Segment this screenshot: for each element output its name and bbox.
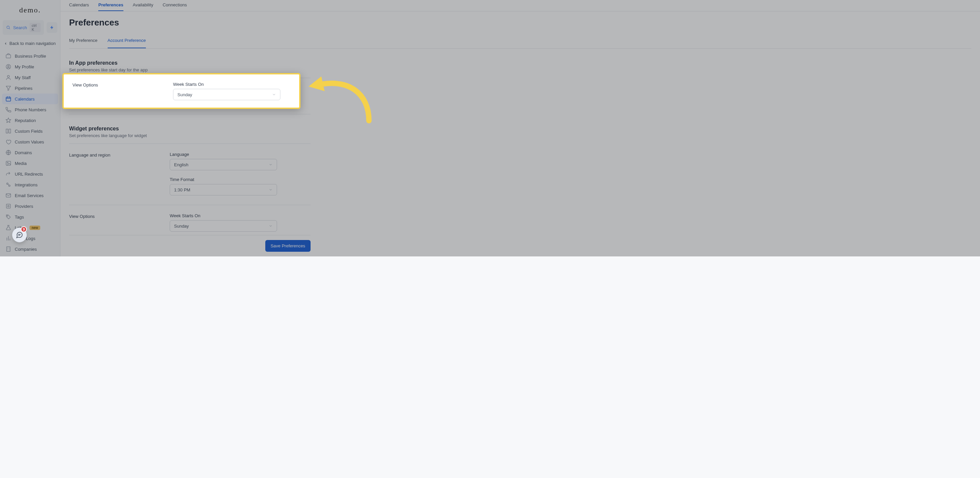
sidebar-item-label: Email Services bbox=[15, 193, 44, 198]
plug-icon bbox=[5, 182, 11, 188]
sidebar-item-custom-fields[interactable]: Custom Fields bbox=[2, 126, 58, 137]
svg-line-18 bbox=[8, 184, 9, 185]
select-value: English bbox=[174, 162, 188, 167]
page-title: Preferences bbox=[69, 17, 971, 28]
section-title: Widget preferences bbox=[69, 126, 971, 132]
section-title: In App preferences bbox=[69, 60, 971, 66]
mail-icon bbox=[5, 192, 11, 199]
form-row-label: View Options bbox=[72, 82, 173, 100]
divider bbox=[69, 114, 310, 114]
chevron-down-icon bbox=[269, 188, 273, 192]
language-select[interactable]: English bbox=[170, 159, 277, 170]
search-shortcut: ctrl K bbox=[30, 23, 41, 32]
tag-heart-icon bbox=[5, 139, 11, 145]
form-row-fields: Language English Time Format 1:30 PM bbox=[170, 152, 310, 195]
sidebar-item-label: Calendars bbox=[15, 97, 35, 102]
logo-text: demo. bbox=[19, 6, 41, 14]
search-box[interactable]: Search ctrl K bbox=[3, 20, 44, 35]
sidebar: demo. Search ctrl K Back to main navigat… bbox=[0, 0, 60, 256]
chevron-down-icon bbox=[272, 92, 276, 97]
svg-rect-14 bbox=[6, 161, 11, 165]
field-label: Language bbox=[170, 152, 310, 157]
search-label: Search bbox=[13, 25, 27, 30]
search-row: Search ctrl K bbox=[0, 20, 60, 38]
sidebar-item-domains[interactable]: Domains bbox=[2, 147, 58, 158]
chat-icon bbox=[16, 231, 23, 239]
quick-actions-button[interactable] bbox=[47, 22, 57, 33]
save-bar: Save Preferences bbox=[60, 230, 980, 256]
back-to-main-nav-link[interactable]: Back to main navigation bbox=[0, 38, 60, 51]
sidebar-item-phone-numbers[interactable]: Phone Numbers bbox=[2, 104, 58, 115]
sidebar-item-providers[interactable]: Providers bbox=[2, 201, 58, 211]
time-format-select[interactable]: 1:30 PM bbox=[170, 184, 277, 195]
chevron-left-icon bbox=[4, 42, 7, 45]
form-row-label: Language and region bbox=[69, 152, 170, 195]
notification-badge[interactable]: 9 bbox=[21, 226, 27, 232]
top-tab-connections[interactable]: Connections bbox=[163, 2, 187, 11]
flask-icon bbox=[5, 225, 11, 230]
sidebar-item-my-profile[interactable]: My Profile bbox=[2, 61, 58, 72]
form-row-fields: Week Starts On Sunday bbox=[170, 213, 310, 232]
field-widget-week-starts-on: Week Starts On Sunday bbox=[170, 213, 310, 232]
select-value: Sunday bbox=[174, 224, 189, 229]
sidebar-item-business-profile[interactable]: Business Profile bbox=[2, 51, 58, 61]
sub-tab-account-preference[interactable]: Account Preference bbox=[108, 35, 146, 48]
person-icon bbox=[5, 75, 11, 81]
select-value: Sunday bbox=[177, 92, 192, 97]
svg-point-22 bbox=[7, 216, 8, 216]
sidebar-item-custom-values[interactable]: Custom Values bbox=[2, 137, 58, 147]
sidebar-item-url-redirects[interactable]: URL Redirects bbox=[2, 168, 58, 179]
widget-week-starts-on-select[interactable]: Sunday bbox=[170, 220, 277, 232]
field-time-format: Time Format 1:30 PM bbox=[170, 177, 310, 195]
sidebar-item-labs[interactable]: Labsnew bbox=[2, 222, 58, 233]
sidebar-nav: Business ProfileMy ProfileMy StaffPipeli… bbox=[0, 51, 60, 256]
sidebar-item-label: Companies bbox=[15, 247, 37, 252]
week-starts-on-select-highlighted[interactable]: Sunday bbox=[173, 89, 280, 100]
sidebar-item-label: Domains bbox=[15, 150, 32, 155]
sidebar-item-pipelines[interactable]: Pipelines bbox=[2, 83, 58, 94]
sidebar-item-tags[interactable]: Tags bbox=[2, 211, 58, 222]
top-tab-availability[interactable]: Availability bbox=[133, 2, 153, 11]
phone-icon bbox=[5, 106, 11, 113]
sub-tab-my-preference[interactable]: My Preference bbox=[69, 35, 98, 48]
sidebar-item-audit-logs[interactable]: Audit Logs bbox=[2, 233, 58, 244]
sidebar-item-label: Providers bbox=[15, 204, 33, 209]
section-subtitle: Set preferences like start day for the a… bbox=[69, 67, 971, 72]
divider bbox=[69, 143, 310, 144]
sidebar-item-label: Reputation bbox=[15, 118, 36, 123]
chevron-down-icon bbox=[269, 163, 273, 167]
sidebar-item-companies[interactable]: Companies bbox=[2, 244, 58, 254]
svg-point-5 bbox=[7, 75, 10, 78]
sidebar-item-label: Tags bbox=[15, 214, 24, 219]
sidebar-item-reputation[interactable]: Reputation bbox=[2, 115, 58, 126]
sidebar-item-label: Phone Numbers bbox=[15, 107, 46, 112]
bolt-icon bbox=[49, 25, 54, 30]
sidebar-item-calendars[interactable]: Calendars bbox=[2, 94, 58, 104]
new-badge: new bbox=[30, 226, 40, 230]
content: Preferences My PreferenceAccount Prefere… bbox=[60, 11, 980, 256]
app-root: demo. Search ctrl K Back to main navigat… bbox=[0, 0, 980, 256]
field-label: Time Format bbox=[170, 177, 310, 182]
sidebar-item-my-staff[interactable]: My Staff bbox=[2, 72, 58, 83]
svg-rect-26 bbox=[7, 247, 10, 251]
tag-icon bbox=[5, 214, 11, 220]
top-tab-calendars[interactable]: Calendars bbox=[69, 2, 89, 11]
svg-point-4 bbox=[8, 65, 10, 67]
top-tab-preferences[interactable]: Preferences bbox=[98, 2, 123, 11]
svg-point-21 bbox=[8, 205, 10, 207]
sidebar-item-label: My Staff bbox=[15, 75, 30, 80]
sidebar-item-email-services[interactable]: Email Services bbox=[2, 190, 58, 201]
chevron-down-icon bbox=[269, 224, 273, 228]
preference-sub-tabs: My PreferenceAccount Preference bbox=[69, 35, 971, 49]
sidebar-item-media[interactable]: Media bbox=[2, 158, 58, 168]
sidebar-item-integrations[interactable]: Integrations bbox=[2, 179, 58, 190]
svg-point-15 bbox=[7, 162, 8, 163]
building-icon bbox=[5, 246, 11, 252]
calendar-icon bbox=[5, 96, 11, 102]
svg-rect-12 bbox=[9, 129, 11, 133]
svg-point-0 bbox=[7, 26, 10, 29]
top-tabs: CalendarsPreferencesAvailabilityConnecti… bbox=[60, 0, 980, 11]
sidebar-item-label: URL Redirects bbox=[15, 172, 43, 177]
save-preferences-button[interactable]: Save Preferences bbox=[265, 240, 310, 252]
image-icon bbox=[5, 160, 11, 166]
